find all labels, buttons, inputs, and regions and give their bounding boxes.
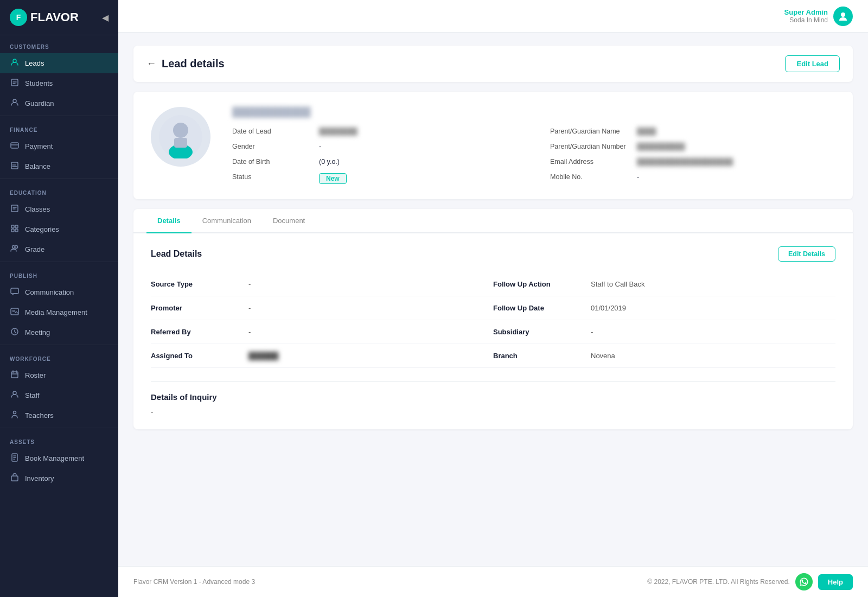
help-button[interactable]: Help <box>818 574 853 590</box>
section-workforce: WORKFORCE <box>0 347 118 365</box>
sidebar-item-meeting[interactable]: Meeting <box>0 322 118 342</box>
promoter-value: - <box>248 304 251 312</box>
svg-point-0 <box>13 59 16 62</box>
detail-branch: Branch Novena <box>493 344 835 368</box>
dob-label: Date of Birth <box>232 158 319 166</box>
detail-follow-up-action: Follow Up Action Staff to Call Back <box>493 272 835 296</box>
sidebar-item-guardian-label: Guardian <box>25 99 54 107</box>
page-header-left: ← Lead details <box>146 58 225 70</box>
follow-up-date-label: Follow Up Date <box>493 304 591 312</box>
branch-label: Branch <box>493 352 591 360</box>
svg-point-2 <box>13 99 16 103</box>
sidebar-item-teachers[interactable]: Teachers <box>0 405 118 425</box>
back-button[interactable]: ← <box>146 58 156 69</box>
logo: F FLAVOR <box>10 9 79 26</box>
sidebar-item-classes[interactable]: Classes <box>0 199 118 219</box>
sidebar-item-payment-label: Payment <box>25 142 53 150</box>
meeting-icon <box>10 327 20 338</box>
assigned-to-value: ██████ <box>248 352 278 360</box>
leads-icon <box>10 58 20 68</box>
sidebar-item-roster[interactable]: Roster <box>0 365 118 385</box>
gender-value: - <box>319 143 321 150</box>
edit-lead-button[interactable]: Edit Lead <box>785 55 840 72</box>
field-parent-number: Parent/Guardian Number ██████████ <box>550 143 835 150</box>
sidebar-item-guardian[interactable]: Guardian <box>0 93 118 113</box>
field-email: Email Address ████████████████████ <box>550 158 835 166</box>
sidebar-item-inventory-label: Inventory <box>25 474 54 482</box>
follow-up-date-value: 01/01/2019 <box>591 304 626 312</box>
sidebar-item-balance[interactable]: Balance <box>0 156 118 176</box>
detail-subsidiary: Subsidiary - <box>493 320 835 344</box>
svg-rect-9 <box>15 229 18 232</box>
sidebar-item-inventory[interactable]: Inventory <box>0 468 118 488</box>
main-content: Super Admin Soda In Mind ← Lead details … <box>118 0 868 597</box>
svg-rect-1 <box>11 79 18 86</box>
email-value: ████████████████████ <box>637 158 733 166</box>
svg-rect-3 <box>11 143 18 148</box>
svg-rect-25 <box>174 138 187 148</box>
inventory-icon <box>10 473 20 484</box>
tab-details[interactable]: Details <box>146 209 192 233</box>
svg-point-18 <box>14 411 16 414</box>
copyright-text: © 2022, FLAVOR PTE. LTD. All Rights Rese… <box>647 578 790 586</box>
user-details: Super Admin Soda In Mind <box>784 8 828 24</box>
source-type-value: - <box>248 280 251 288</box>
logo-icon: F <box>10 9 27 26</box>
svg-rect-16 <box>11 372 18 378</box>
sidebar-item-classes-label: Classes <box>25 205 50 213</box>
parent-name-label: Parent/Guardian Name <box>550 128 637 135</box>
parent-number-label: Parent/Guardian Number <box>550 143 637 150</box>
logo-area: F FLAVOR ◀ <box>0 0 118 35</box>
status-label: Status <box>232 173 319 181</box>
branch-value: Novena <box>591 352 615 360</box>
user-info: Super Admin Soda In Mind <box>784 7 853 26</box>
svg-rect-7 <box>15 225 18 228</box>
profile-avatar <box>151 107 210 167</box>
username: Super Admin <box>784 8 828 16</box>
svg-rect-8 <box>11 229 14 232</box>
logo-label: FLAVOR <box>30 10 79 24</box>
svg-rect-6 <box>11 225 14 228</box>
tab-document[interactable]: Document <box>262 209 316 233</box>
follow-up-action-label: Follow Up Action <box>493 280 591 288</box>
students-icon <box>10 78 20 88</box>
sidebar-item-media[interactable]: Media Management <box>0 302 118 322</box>
sidebar-item-payment[interactable]: Payment <box>0 136 118 156</box>
detail-follow-up-date: Follow Up Date 01/01/2019 <box>493 296 835 320</box>
sidebar-item-balance-label: Balance <box>25 162 50 170</box>
status-badge: New <box>319 173 347 184</box>
sidebar-item-communication[interactable]: Communication <box>0 282 118 302</box>
tab-communication[interactable]: Communication <box>192 209 262 233</box>
whatsapp-button[interactable] <box>795 573 813 590</box>
section-publish: PUBLISH <box>0 264 118 282</box>
collapse-button[interactable]: ◀ <box>102 12 108 23</box>
sidebar-item-students[interactable]: Students <box>0 73 118 93</box>
sidebar-item-teachers-label: Teachers <box>25 411 54 420</box>
inquiry-section: Details of Inquiry - <box>151 381 835 416</box>
sidebar: F FLAVOR ◀ CUSTOMERS Leads Students Guar… <box>0 0 118 597</box>
edit-details-button[interactable]: Edit Details <box>778 246 835 262</box>
tabs-bar: Details Communication Document <box>133 209 853 233</box>
promoter-label: Promoter <box>151 304 248 312</box>
sidebar-item-staff[interactable]: Staff <box>0 385 118 405</box>
page-header: ← Lead details Edit Lead <box>133 46 853 82</box>
sidebar-item-categories[interactable]: Categories <box>0 219 118 239</box>
tabs-content: Lead Details Edit Details Source Type - … <box>133 233 853 429</box>
section-education: EDUCATION <box>0 181 118 199</box>
parent-name-value: ████ <box>637 128 656 135</box>
sidebar-item-categories-label: Categories <box>25 225 59 233</box>
profile-name: ████████████ <box>232 107 835 118</box>
field-parent-name: Parent/Guardian Name ████ <box>550 128 835 135</box>
svg-point-17 <box>13 391 16 395</box>
categories-icon <box>10 224 20 234</box>
sidebar-item-grade[interactable]: Grade <box>0 239 118 259</box>
grade-icon <box>10 244 20 255</box>
sidebar-item-leads[interactable]: Leads <box>0 53 118 73</box>
subsidiary-label: Subsidiary <box>493 328 591 336</box>
field-status: Status New <box>232 173 518 184</box>
svg-rect-13 <box>11 308 18 315</box>
sidebar-item-book-management[interactable]: Book Management <box>0 448 118 468</box>
svg-point-14 <box>13 310 15 312</box>
profile-info: ████████████ Date of Lead ████████ Paren… <box>232 107 835 184</box>
section-assets: ASSETS <box>0 430 118 448</box>
